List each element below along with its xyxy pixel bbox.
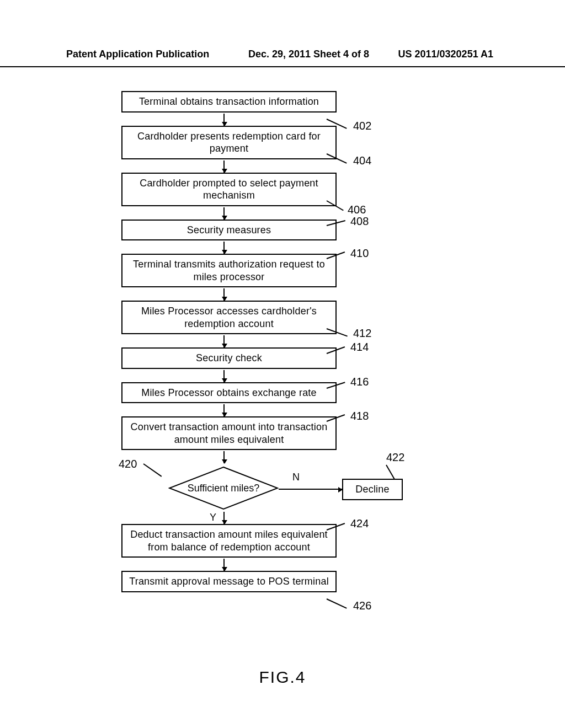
arrow-down-icon (121, 162, 326, 173)
step-410: Terminal transmits authorization request… (121, 254, 452, 287)
step-number: 410 (350, 247, 369, 260)
step-414: Security check 414 (121, 347, 452, 369)
arrow-down-icon (121, 405, 326, 416)
page: Patent Application Publication Dec. 29, … (0, 0, 565, 728)
leader-line (327, 598, 347, 609)
leader-line (143, 463, 162, 477)
step-box: Cardholder presents redemption card for … (121, 126, 337, 159)
page-header: Patent Application Publication Dec. 29, … (0, 44, 565, 67)
arrow-down-icon (121, 371, 326, 382)
figure-caption: FIG.4 (0, 668, 565, 687)
arrow-down-icon (121, 115, 326, 126)
arrow-down-icon: Y (121, 513, 326, 524)
branch-no-label: N (292, 472, 300, 483)
step-number: 412 (353, 327, 371, 340)
step-402: Terminal obtains transaction information… (121, 91, 452, 113)
step-box: Deduct transaction amount miles equivale… (121, 524, 337, 558)
leader-line (386, 465, 395, 480)
step-number: 404 (353, 154, 371, 167)
step-418: Convert transaction amount into transact… (121, 416, 452, 450)
arrow-down-icon (121, 336, 326, 347)
step-number: 414 (350, 341, 369, 354)
step-box: Terminal obtains transaction information (121, 91, 337, 113)
step-number: 420 (119, 458, 137, 470)
step-424: Deduct transaction amount miles equivale… (121, 524, 452, 558)
arrow-down-icon (121, 243, 326, 254)
arrow-down-icon (121, 290, 326, 301)
step-number: 426 (353, 599, 371, 612)
step-box: Decline (342, 479, 403, 500)
step-number: 406 (348, 204, 366, 216)
step-number: 424 (350, 517, 369, 530)
step-box: Miles Processor obtains exchange rate (121, 382, 337, 404)
step-box: Terminal transmits authorization request… (121, 254, 337, 287)
header-left: Patent Application Publication (66, 49, 209, 60)
step-box: Security measures (121, 220, 337, 241)
step-number: 418 (350, 410, 369, 422)
step-426: Transmit approval message to POS termina… (121, 571, 452, 592)
header-right: US 2011/0320251 A1 (398, 49, 493, 60)
step-416: Miles Processor obtains exchange rate 41… (121, 382, 452, 404)
step-number: 422 (386, 451, 404, 464)
step-box: Miles Processor accesses cardholder's re… (121, 301, 337, 334)
step-406: Cardholder prompted to select payment me… (121, 173, 452, 206)
step-404: Cardholder presents redemption card for … (121, 126, 452, 159)
step-408: Security measures 408 (121, 220, 452, 241)
step-box: Convert transaction amount into transact… (121, 416, 337, 450)
arrow-down-icon (121, 560, 326, 571)
decision-text: Sufficient miles? (168, 466, 279, 510)
arrow-right-icon (279, 489, 342, 490)
step-number: 408 (350, 215, 369, 228)
step-box: Cardholder prompted to select payment me… (121, 173, 337, 206)
step-412: Miles Processor accesses cardholder's re… (121, 301, 452, 334)
step-box: Transmit approval message to POS termina… (121, 571, 337, 592)
step-number: 416 (350, 376, 369, 388)
arrow-down-icon (121, 452, 326, 463)
decision-420: 420 Sufficient miles? N Decline 422 (121, 463, 326, 513)
header-mid: Dec. 29, 2011 Sheet 4 of 8 (248, 49, 369, 60)
branch-yes-label: Y (210, 512, 216, 523)
step-422: Decline (342, 479, 403, 500)
flowchart: Terminal obtains transaction information… (121, 91, 452, 595)
arrow-down-icon (121, 208, 326, 220)
step-box: Security check (121, 347, 337, 369)
decision-diamond: Sufficient miles? (168, 466, 279, 510)
